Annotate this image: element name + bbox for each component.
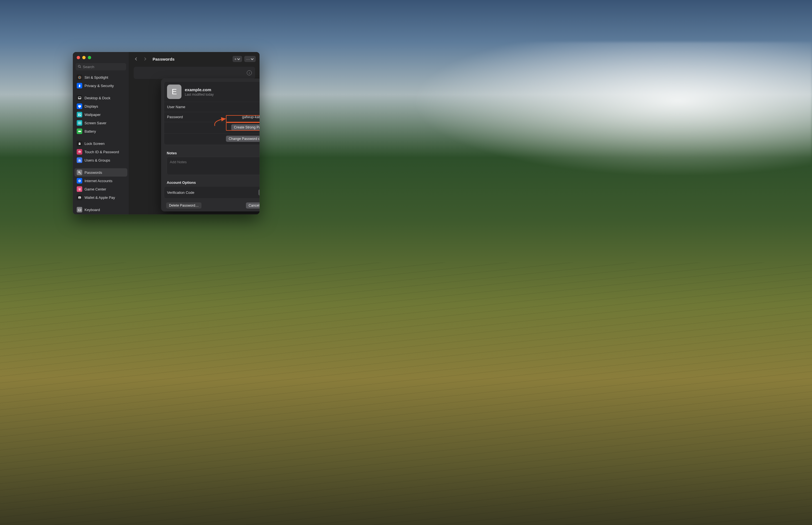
forward-button[interactable] [142,56,148,62]
plus-icon: + [235,57,237,61]
displays-icon [77,103,82,109]
users-icon [77,158,82,163]
search-field[interactable] [76,63,126,70]
sidebar-item-label: Lock Screen [84,141,105,146]
svg-rect-14 [79,143,81,145]
site-subtitle: Last modified today [185,93,214,96]
sidebar-item-lock-screen[interactable]: Lock Screen [75,139,127,148]
bg-vineyard [0,262,812,525]
sidebar-item-wallpaper[interactable]: Wallpaper [75,110,127,119]
notes-section-title: Notes [164,148,260,157]
svg-point-19 [78,188,79,189]
sidebar-list: Siri & SpotlightPrivacy & SecurityDeskto… [73,73,129,214]
sidebar-item-label: Battery [84,129,96,134]
game-icon [77,186,82,192]
username-label: User Name [167,105,185,109]
delete-password-label: Delete Password… [169,204,199,207]
password-list-empty-card: i [134,67,255,79]
battery-icon [77,129,82,134]
svg-point-20 [79,188,80,189]
svg-point-16 [80,160,81,161]
content-pane: Passwords + ··· i ? E [129,52,260,214]
sidebar-item-label: Internet Accounts [84,179,112,183]
sidebar-item-siri-spotlight[interactable]: Siri & Spotlight [75,73,127,81]
svg-point-3 [79,77,80,78]
search-icon [78,64,81,69]
notes-textarea[interactable] [170,160,260,171]
wallpaper-icon [77,112,82,117]
password-row[interactable]: Password gafwup-katzyf-Qacnu6 [164,112,260,122]
svg-point-11 [79,122,80,123]
sidebar-item-label: Screen Saver [84,121,106,125]
sidebar-item-label: Wallet & Apple Pay [84,195,115,200]
create-strong-password-button[interactable]: Create Strong Password [231,124,260,131]
sidebar-item-users-groups[interactable]: Users & Groups [75,156,127,164]
sidebar-item-label: Users & Groups [84,158,110,162]
siri-icon [77,75,82,80]
delete-password-button[interactable]: Delete Password… [166,202,202,209]
keyboard-icon [77,207,82,212]
svg-rect-12 [78,131,80,132]
sidebar: Siri & SpotlightPrivacy & SecurityDeskto… [73,52,129,214]
ellipsis-icon: ··· [246,57,250,61]
site-panel: E example.com Last modified today User N… [164,81,260,145]
svg-point-2 [78,76,81,79]
site-avatar: E [167,85,182,99]
sidebar-item-label: Wallpaper [84,112,100,117]
sidebar-item-battery[interactable]: Battery [75,127,127,135]
search-input[interactable] [83,65,129,69]
page-title: Passwords [153,57,174,61]
close-window-button[interactable] [77,56,80,59]
verification-setup-button[interactable]: Set Up… [259,189,260,195]
site-title: example.com [185,87,214,92]
sidebar-item-trackpad[interactable]: Trackpad [75,214,127,214]
svg-point-21 [79,189,79,190]
sidebar-item-desktop-dock[interactable]: Desktop & Dock [75,94,127,102]
sidebar-item-keyboard[interactable]: Keyboard [75,206,127,214]
sidebar-item-label: Touch ID & Password [84,150,119,154]
chevron-down-icon [251,58,254,61]
add-password-button[interactable]: + [233,56,242,62]
sidebar-item-wallet-apple-pay[interactable]: Wallet & Apple Pay [75,193,127,201]
account-options-title: Account Options [164,178,260,186]
create-strong-password-label: Create Strong Password [234,125,260,129]
sidebar-item-internet-accounts[interactable]: Internet Accounts [75,177,127,185]
window-controls [73,52,129,62]
lock-icon [77,141,82,146]
bg-cloud [365,42,812,189]
sidebar-item-passwords[interactable]: Passwords [75,168,127,177]
sidebar-item-label: Displays [84,104,98,108]
username-row[interactable]: User Name example [164,102,260,112]
sidebar-item-label: Siri & Spotlight [84,75,108,79]
verification-code-label: Verification Code [167,191,194,195]
sidebar-item-game-center[interactable]: Game Center [75,185,127,193]
back-button[interactable] [133,56,139,62]
sidebar-item-label: Passwords [84,170,102,175]
hand-icon [77,83,82,88]
svg-point-0 [78,65,81,68]
sidebar-item-label: Keyboard [84,208,100,212]
sidebar-item-displays[interactable]: Displays [75,102,127,110]
sidebar-item-label: Desktop & Dock [84,96,110,100]
svg-line-1 [80,67,81,68]
svg-rect-10 [78,122,81,124]
minimize-window-button[interactable] [82,56,85,59]
sidebar-item-privacy-security[interactable]: Privacy & Security [75,81,127,90]
sidebar-item-label: Privacy & Security [84,84,114,88]
change-password-website-button[interactable]: Change Password on Website [226,136,260,142]
info-icon[interactable]: i [247,70,252,75]
password-detail-sheet: E example.com Last modified today User N… [161,79,260,211]
cancel-button[interactable]: Cancel [246,202,260,209]
svg-point-15 [79,159,80,161]
touchid-icon [77,149,82,155]
sidebar-item-label: Game Center [84,187,106,191]
system-settings-window: Siri & SpotlightPrivacy & SecurityDeskto… [73,52,260,214]
cancel-label: Cancel [249,204,260,207]
svg-rect-7 [79,107,80,107]
sidebar-item-screen-saver[interactable]: Screen Saver [75,119,127,127]
wallet-icon [77,195,82,200]
sidebar-item-touch-id-password[interactable]: Touch ID & Password [75,148,127,156]
zoom-window-button[interactable] [88,56,91,59]
more-button[interactable]: ··· [244,56,256,62]
notes-field[interactable] [167,157,260,175]
